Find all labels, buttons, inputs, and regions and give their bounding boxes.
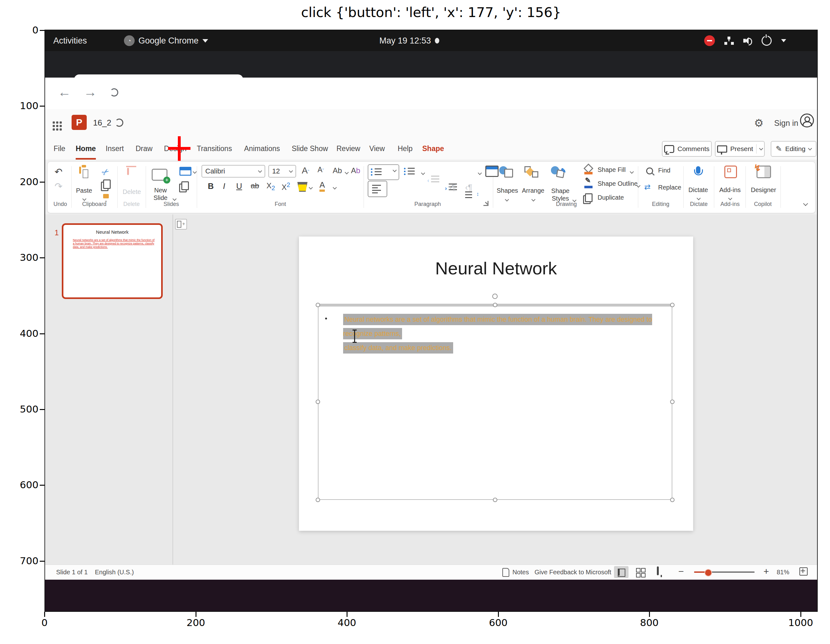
addins-button[interactable]: Add-ins <box>719 186 741 194</box>
rotate-handle[interactable] <box>492 293 497 299</box>
tab-review[interactable]: Review <box>336 139 360 158</box>
copy-icon[interactable] <box>103 179 111 189</box>
duplicate-slide-icon[interactable] <box>181 181 189 190</box>
resize-handle-middle-right[interactable] <box>670 400 675 404</box>
app-launcher-icon[interactable] <box>53 119 55 125</box>
superscript-button[interactable]: X2 <box>282 181 290 192</box>
resize-handle-top-right[interactable] <box>670 303 675 307</box>
bullets-button[interactable] <box>368 164 399 180</box>
paragraph-dialog-launcher-icon[interactable] <box>483 201 488 206</box>
resize-handle-top-left[interactable] <box>316 303 320 307</box>
numbering-button[interactable] <box>407 168 417 175</box>
zoom-in-button[interactable]: + <box>763 566 769 577</box>
redo-button[interactable]: ↷ <box>55 181 62 192</box>
feedback-link[interactable]: Give Feedback to Microsoft <box>534 569 611 576</box>
app-menu[interactable]: ◔ Google Chrome <box>124 30 208 51</box>
resize-handle-top-center[interactable] <box>493 303 497 307</box>
shapes-dropdown-icon[interactable] <box>505 197 508 202</box>
designer-button[interactable]: Designer <box>751 186 776 194</box>
activities-button[interactable]: Activities <box>53 30 87 51</box>
tab-slide-show[interactable]: Slide Show <box>292 139 328 158</box>
present-button[interactable]: Present <box>715 141 765 157</box>
strikethrough-button[interactable]: ab <box>251 181 259 190</box>
collapse-ribbon-icon[interactable] <box>804 201 807 206</box>
comments-button[interactable]: Comments <box>662 141 712 157</box>
account-icon[interactable] <box>800 114 814 128</box>
resize-handle-middle-left[interactable] <box>316 400 320 404</box>
resize-handle-bottom-right[interactable] <box>670 498 675 502</box>
notes-toggle[interactable]: Notes <box>512 569 529 576</box>
bold-button[interactable]: B <box>208 181 214 191</box>
rtl-paragraph-button[interactable]: ‹¶ <box>465 182 472 192</box>
forward-icon[interactable]: → <box>84 84 97 100</box>
slideshow-view-button[interactable] <box>657 567 659 574</box>
body-text[interactable]: Neural networks are a set of algorithms … <box>343 312 668 355</box>
slide-canvas[interactable]: Neural Network Neural networks are a set… <box>299 236 693 531</box>
system-tray[interactable] <box>704 30 786 51</box>
subscript-button[interactable]: X2 <box>266 181 275 192</box>
delete-button[interactable]: Delete <box>123 188 141 195</box>
arrange-button[interactable]: Arrange <box>522 187 544 194</box>
resize-handle-bottom-left[interactable] <box>316 498 320 502</box>
shape-fill-button[interactable]: Shape Fill <box>597 166 626 173</box>
font-size-combo[interactable]: 12 <box>268 165 296 178</box>
zoom-out-button[interactable]: − <box>678 566 684 577</box>
zoom-slider-handle[interactable] <box>705 569 712 576</box>
shrink-font-button[interactable]: Aˇ <box>318 166 324 174</box>
format-painter-icon[interactable] <box>103 194 109 198</box>
slide-counter[interactable]: Slide 1 of 1 <box>56 569 88 576</box>
new-slide-button[interactable]: New Slide <box>148 186 173 201</box>
find-button[interactable]: Find <box>658 167 670 174</box>
replace-button[interactable]: Replace <box>658 184 681 191</box>
dictate-dropdown-icon[interactable] <box>697 195 700 201</box>
clear-formatting-button[interactable]: Ab <box>351 166 360 175</box>
slide-thumbnail[interactable]: Neural Network Neural networks are a set… <box>62 223 163 299</box>
grow-font-button[interactable]: Aˆ <box>302 166 309 176</box>
tab-draw[interactable]: Draw <box>136 139 153 158</box>
tab-file[interactable]: File <box>54 139 65 158</box>
normal-view-button[interactable] <box>614 566 629 578</box>
highlight-dropdown-icon[interactable] <box>309 184 312 190</box>
tab-insert[interactable]: Insert <box>106 139 124 158</box>
resize-handle-bottom-center[interactable] <box>493 498 497 502</box>
change-case-button[interactable]: Ab <box>333 166 342 175</box>
text-direction-button[interactable] <box>485 166 499 177</box>
undo-button[interactable]: ↶ <box>55 166 62 177</box>
decrease-indent-button[interactable]: ‹ <box>431 175 441 183</box>
duplicate-button[interactable]: Duplicate <box>597 194 624 201</box>
cut-icon[interactable]: ✂ <box>100 166 112 178</box>
zoom-percentage[interactable]: 81% <box>777 569 789 576</box>
document-name[interactable]: 16_2 <box>93 118 111 128</box>
layout-icon[interactable] <box>179 167 192 176</box>
slide-title[interactable]: Neural Network <box>299 258 693 279</box>
ltr-paragraph-button[interactable]: ›¶ <box>449 182 456 192</box>
settings-gear-icon[interactable]: ⚙ <box>754 117 763 129</box>
language-indicator[interactable]: English (U.S.) <box>95 569 134 576</box>
align-left-button[interactable] <box>368 181 387 197</box>
paste-button[interactable] <box>79 168 81 173</box>
addins-dropdown-icon[interactable] <box>729 195 732 201</box>
tab-view[interactable]: View <box>369 139 385 158</box>
tab-animations[interactable]: Animations <box>244 139 280 158</box>
back-icon[interactable]: ← <box>58 84 71 100</box>
slide-sorter-view-button[interactable] <box>636 568 640 573</box>
underline-button[interactable]: U <box>236 181 242 191</box>
layout-dropdown-icon[interactable] <box>193 169 196 174</box>
shape-fill-dropdown-icon[interactable] <box>630 169 633 174</box>
reload-icon[interactable] <box>110 88 118 98</box>
present-dropdown-icon[interactable] <box>759 146 763 151</box>
tab-transitions[interactable]: Transitions <box>197 139 232 158</box>
tab-home[interactable]: Home <box>76 139 96 160</box>
highlight-color-icon[interactable] <box>297 182 307 192</box>
line-spacing-dropdown-icon[interactable] <box>478 170 481 176</box>
change-case-dropdown-icon[interactable] <box>345 169 348 175</box>
editing-mode-button[interactable]: ✎Editing <box>771 141 816 157</box>
arrange-dropdown-icon[interactable] <box>532 197 535 202</box>
bullets-dropdown-icon[interactable] <box>393 168 397 172</box>
sign-in-link[interactable]: Sign in <box>774 119 798 128</box>
new-slide-icon[interactable]: + <box>152 169 168 181</box>
shape-outline-chevron[interactable] <box>637 182 640 188</box>
powerpoint-logo[interactable]: P <box>71 115 87 130</box>
font-color-dropdown-icon[interactable] <box>333 184 336 190</box>
font-color-button[interactable]: A <box>320 180 325 192</box>
